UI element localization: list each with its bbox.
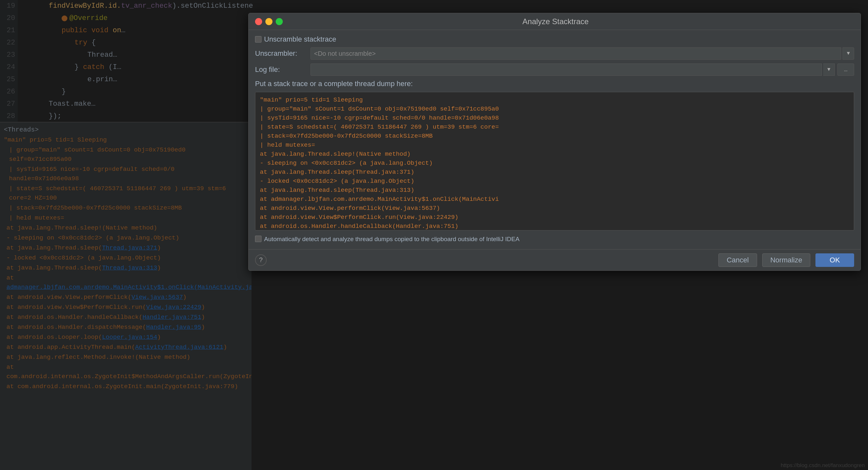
maximize-button[interactable] xyxy=(276,18,283,25)
stacktrace-textarea[interactable]: "main" prio=5 tid=1 Sleeping | group="ma… xyxy=(255,92,854,230)
log-file-row: Log file: ▼ … xyxy=(255,63,854,76)
st-line-10: at java.lang.Thread.sleep(Thread.java:31… xyxy=(260,186,849,195)
unscrambler-input[interactable]: <Do not unscramble> xyxy=(311,48,841,60)
unscrambler-input-wrapper: <Do not unscramble> ▼ xyxy=(311,48,854,60)
dialog-body: Unscramble stacktrace Unscrambler: <Do n… xyxy=(249,30,861,249)
st-line-4: | stack=0x7fd25be000-0x7fd25c0000 stackS… xyxy=(260,131,849,140)
dialog-title: Analyze Stacktrace xyxy=(522,17,588,26)
minimize-button[interactable] xyxy=(266,18,273,25)
help-button[interactable]: ? xyxy=(255,254,267,266)
st-line-3: | state=S schedstat=( 460725371 51186447… xyxy=(260,123,849,131)
st-line-1: | group="main" sCount=1 dsCount=0 obj=0x… xyxy=(260,104,849,114)
st-line-13: at android.view.View$PerformClick.run(Vi… xyxy=(260,213,849,222)
stacktrace-prompt: Put a stack trace or a complete thread d… xyxy=(255,80,854,88)
unscramble-checkbox[interactable] xyxy=(255,36,261,42)
st-line-11: at admanager.lbjfan.com.anrdemo.MainActi… xyxy=(260,195,849,204)
auto-detect-row: Automatically detect and analyze thread … xyxy=(255,234,854,244)
auto-detect-text: Automatically detect and analyze thread … xyxy=(264,236,520,243)
unscramble-label-text: Unscramble stacktrace xyxy=(264,35,336,43)
log-file-dropdown[interactable]: ▼ xyxy=(823,63,835,76)
st-line-0: "main" prio=5 tid=1 Sleeping xyxy=(260,95,849,104)
traffic-lights xyxy=(255,18,283,25)
dialog-footer: ? Cancel Normalize OK xyxy=(249,249,861,271)
analyze-stacktrace-dialog: Analyze Stacktrace Unscramble stacktrace… xyxy=(248,13,861,271)
st-line-8: at java.lang.Thread.sleep(Thread.java:37… xyxy=(260,168,849,177)
unscrambler-dropdown[interactable]: ▼ xyxy=(842,48,854,60)
log-file-input[interactable] xyxy=(311,63,822,76)
st-line-12: at android.view.View.performClick(View.j… xyxy=(260,204,849,213)
unscramble-checkbox-label[interactable]: Unscramble stacktrace xyxy=(255,35,336,43)
auto-detect-checkbox[interactable] xyxy=(255,236,261,242)
st-line-2: | sysTid=9165 nice=-10 cgrp=default sche… xyxy=(260,114,849,123)
st-line-6: at java.lang.Thread.sleep!(Native method… xyxy=(260,150,849,159)
unscrambler-label: Unscrambler: xyxy=(255,49,307,58)
log-file-browse[interactable]: … xyxy=(837,63,854,76)
log-file-label: Log file: xyxy=(255,65,307,74)
st-line-14: at android.os.Handler.handleCallback(Han… xyxy=(260,222,849,230)
unscrambler-placeholder: <Do not unscramble> xyxy=(314,50,376,57)
footer-buttons: Cancel Normalize OK xyxy=(718,253,854,267)
normalize-button[interactable]: Normalize xyxy=(762,253,810,267)
dialog-titlebar: Analyze Stacktrace xyxy=(249,13,861,30)
cancel-button[interactable]: Cancel xyxy=(718,253,757,267)
close-button[interactable] xyxy=(255,18,262,25)
st-line-5: | held mutexes= xyxy=(260,140,849,150)
log-file-input-wrapper: ▼ … xyxy=(311,63,854,76)
st-line-9: - locked <0x0cc81dc2> (a java.lang.Objec… xyxy=(260,177,849,186)
unscramble-row: Unscramble stacktrace xyxy=(255,35,854,43)
st-line-7: - sleeping on <0x0cc81dc2> (a java.lang.… xyxy=(260,159,849,168)
ok-button[interactable]: OK xyxy=(815,253,854,267)
unscrambler-row: Unscrambler: <Do not unscramble> ▼ xyxy=(255,48,854,60)
